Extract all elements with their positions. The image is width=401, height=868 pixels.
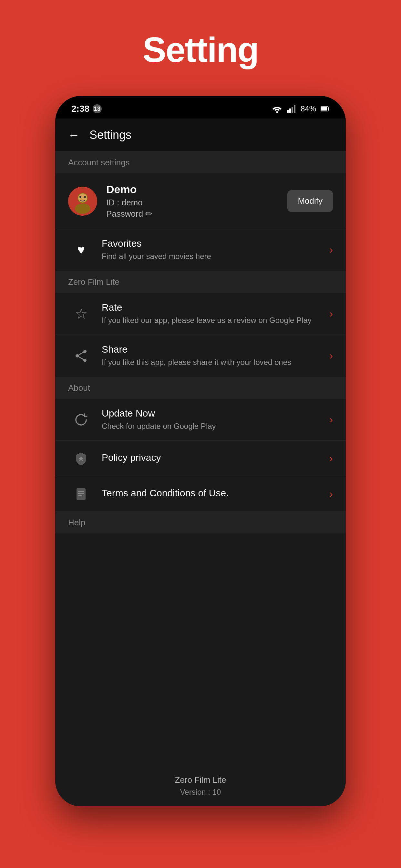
wifi-icon <box>272 105 282 113</box>
status-time-group: 2:38 13 <box>71 104 102 114</box>
battery-indicator: 84% <box>301 104 316 113</box>
favorites-item[interactable]: ♥ Favorites Find all your saved movies h… <box>55 229 346 271</box>
account-name: Demo <box>106 183 287 196</box>
status-time: 2:38 <box>71 104 89 114</box>
favorites-arrow: › <box>329 244 333 256</box>
back-button[interactable]: ← <box>68 128 80 142</box>
modify-button[interactable]: Modify <box>287 190 333 212</box>
account-info: Demo ID : demo Password ✏ <box>97 183 287 219</box>
heart-icon: ♥ <box>77 243 85 257</box>
rate-subtitle: If you liked our app, please leave us a … <box>102 315 329 326</box>
status-icons: 84% <box>272 104 330 113</box>
terms-title: Terms and Conditions of Use. <box>102 488 329 499</box>
footer-app-name: Zero Film Lite <box>68 775 333 785</box>
nav-title: Settings <box>89 128 131 142</box>
footer-version: Version : 10 <box>68 787 333 797</box>
policy-item[interactable]: Policy privacy › <box>55 441 346 476</box>
notification-badge: 13 <box>93 104 102 113</box>
rate-item[interactable]: ☆ Rate If you liked our app, please leav… <box>55 293 346 335</box>
terms-arrow: › <box>329 488 333 500</box>
terms-content: Terms and Conditions of Use. <box>94 488 329 500</box>
share-icon-container <box>68 349 94 363</box>
share-item[interactable]: Share If you like this app, please share… <box>55 335 346 377</box>
phone-frame: 2:38 13 84% <box>55 96 346 806</box>
svg-rect-22 <box>78 493 84 494</box>
update-arrow: › <box>329 414 333 426</box>
policy-icon-container <box>68 452 94 466</box>
svg-rect-23 <box>78 495 82 496</box>
svg-rect-1 <box>287 110 289 113</box>
section-zerofilm-header: Zero Film Lite <box>55 271 346 293</box>
update-item[interactable]: Update Now Check for update on Google Pl… <box>55 399 346 441</box>
document-icon <box>74 487 88 501</box>
share-title: Share <box>102 344 329 355</box>
svg-rect-4 <box>294 105 296 113</box>
status-bar: 2:38 13 84% <box>55 96 346 119</box>
rate-arrow: › <box>329 308 333 320</box>
update-content: Update Now Check for update on Google Pl… <box>94 408 329 432</box>
rate-title: Rate <box>102 302 329 313</box>
top-nav: ← Settings <box>55 119 346 152</box>
share-content: Share If you like this app, please share… <box>94 344 329 368</box>
refresh-icon <box>74 413 88 427</box>
favorites-icon-container: ♥ <box>68 243 94 257</box>
favorites-content: Favorites Find all your saved movies her… <box>94 238 329 262</box>
battery-icon <box>320 106 330 112</box>
svg-rect-3 <box>291 107 293 113</box>
share-icon <box>74 349 88 363</box>
svg-rect-7 <box>328 108 329 110</box>
terms-icon-container <box>68 487 94 501</box>
update-subtitle: Check for update on Google Play <box>102 421 329 432</box>
update-icon-container <box>68 413 94 427</box>
share-subtitle: If you like this app, please share it wi… <box>102 357 329 368</box>
share-arrow: › <box>329 350 333 362</box>
svg-line-17 <box>77 351 85 356</box>
rate-content: Rate If you liked our app, please leave … <box>94 302 329 326</box>
svg-point-13 <box>84 196 86 198</box>
section-about-header: About <box>55 377 346 399</box>
favorites-title: Favorites <box>102 238 329 249</box>
svg-rect-21 <box>78 491 84 492</box>
update-title: Update Now <box>102 408 329 419</box>
svg-point-0 <box>276 112 278 113</box>
section-account-header: Account settings <box>55 152 346 174</box>
account-password: Password ✏ <box>106 209 287 219</box>
svg-line-18 <box>77 356 85 361</box>
app-footer: Zero Film Lite Version : 10 <box>55 765 346 806</box>
account-item: Demo ID : demo Password ✏ Modify <box>55 174 346 229</box>
rate-icon-container: ☆ <box>68 306 94 322</box>
terms-item[interactable]: Terms and Conditions of Use. › <box>55 476 346 512</box>
favorites-subtitle: Find all your saved movies here <box>102 251 329 262</box>
policy-title: Policy privacy <box>102 452 329 463</box>
policy-arrow: › <box>329 453 333 464</box>
avatar <box>68 187 97 216</box>
svg-rect-6 <box>321 107 327 111</box>
section-help-header: Help <box>55 512 346 533</box>
star-icon: ☆ <box>75 306 88 322</box>
svg-rect-2 <box>289 108 291 113</box>
signal-icon <box>287 105 296 113</box>
svg-point-10 <box>75 204 90 214</box>
page-title: Setting <box>143 29 258 70</box>
policy-content: Policy privacy <box>94 452 329 465</box>
account-id: ID : demo <box>106 197 287 208</box>
shield-icon <box>74 452 88 466</box>
svg-point-12 <box>80 196 81 198</box>
